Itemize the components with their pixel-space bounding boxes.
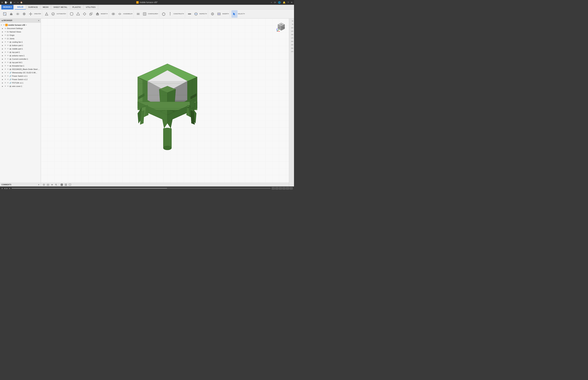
timeline-start-btn[interactable]: ⏮ (1, 188, 3, 189)
timeline-step[interactable] (272, 187, 275, 190)
ruler-mark: 75 (289, 23, 294, 26)
save-camera-btn[interactable] (46, 183, 50, 186)
undo-icon[interactable]: ↩ (14, 1, 15, 3)
tree-item-middle-part[interactable]: ▶ 👁 👁 middle part:1 (0, 47, 41, 51)
globe-icon[interactable]: 🌐 (278, 1, 281, 4)
tab-solid[interactable]: SOLID (15, 5, 26, 10)
icons: 👁 👁 (4, 48, 12, 50)
eye-icon: 👁 (4, 78, 6, 81)
environment-btn[interactable] (68, 183, 72, 186)
tree-item-93210[interactable]: ▶ 👁 👁 93210A020_Black-Oxide Steel ... (0, 68, 41, 71)
tree-item-doc-settings[interactable]: ▶ ⚙ Document Settings (0, 27, 41, 30)
orbit-btn[interactable] (50, 183, 54, 186)
notification-icon[interactable]: 🔔 (283, 1, 285, 4)
shell-btn[interactable] (75, 10, 81, 18)
tree-item-root[interactable]: ▼ 👁 F mobile furnace v30 ● (0, 23, 41, 27)
tree-item-joints[interactable]: ▶ 👁 Joints (0, 37, 41, 40)
measure-btn[interactable] (187, 10, 193, 18)
timeline-step[interactable] (279, 187, 282, 190)
revolve-btn[interactable] (15, 10, 21, 18)
timeline-step[interactable] (290, 187, 293, 190)
section-btn[interactable] (193, 10, 199, 18)
timeline-end-btn[interactable]: ⏭ (9, 188, 11, 189)
visibility-icon: 👁 (7, 61, 9, 64)
timeline-step[interactable] (275, 187, 278, 190)
tree-item-controller[interactable]: ▶ 👁 👁 Current controller:1 (0, 57, 41, 61)
tree-item-top-part-lid[interactable]: ▶ 👁 👁 top part lid:1 (0, 61, 41, 64)
tree-item-pot10k[interactable]: ▶ 👁 👁 🔗 POT10K v1:1 (0, 81, 41, 85)
timeline-prev-btn[interactable]: ◀ (4, 188, 5, 189)
revolve-icon (16, 12, 19, 16)
file-icon[interactable]: 📄▾ (5, 1, 8, 3)
create-sketch-btn[interactable] (2, 10, 8, 18)
tree-item-threaded-bar[interactable]: ▶ 👁 👁 threaded bar:1 (0, 64, 41, 68)
timeline-track[interactable] (12, 188, 271, 189)
arrow: ▶ (2, 35, 4, 36)
home-icon[interactable]: 🏠 (20, 1, 23, 3)
tab-surface[interactable]: SURFACE (26, 5, 40, 10)
timeline-step[interactable] (286, 187, 289, 190)
visual-style-btn[interactable] (64, 183, 68, 186)
automate-btn2[interactable] (50, 10, 56, 18)
help-icon[interactable]: ? (287, 1, 289, 4)
svg-rect-67 (10, 69, 11, 70)
display-mode-btn[interactable] (60, 183, 63, 186)
tree-item-named-views[interactable]: ▶ 👁 Named Views (0, 30, 41, 34)
grid-origin-btn[interactable] (42, 183, 46, 186)
tree-item-wire-cover[interactable]: ▶ 👁 👁 wire cover:1 (0, 85, 41, 88)
move-btn[interactable] (28, 10, 34, 18)
scale-btn[interactable] (81, 10, 88, 18)
ruler-mark: 100 (289, 26, 294, 29)
extrude-btn[interactable] (8, 10, 14, 18)
visibility-icon: 👁 (7, 75, 9, 77)
tab-utilities[interactable]: UTILITIES (84, 5, 98, 10)
timeline-play-btn[interactable]: ▶ (6, 188, 8, 189)
tab-mesh[interactable]: MESH (40, 5, 51, 10)
new-tab-icon[interactable]: + (271, 1, 272, 4)
comments-add-btn[interactable]: + (38, 184, 39, 186)
visibility-icon: 👁 (7, 78, 9, 81)
tree-item-arduino[interactable]: ▶ 👁 👁 arduino nano:1 (0, 54, 41, 57)
timeline-step[interactable] (283, 187, 285, 190)
fillet-btn[interactable] (69, 10, 75, 18)
view-cube[interactable]: TOP LEFT FRONT (275, 20, 287, 32)
browser-options-btn[interactable]: + (38, 19, 39, 22)
close-icon[interactable]: ✕ (291, 1, 293, 4)
tree-item-weewooday[interactable]: ▶ 👁 👁 🔗 Weewooday I2C OLED 0.98... (0, 71, 41, 74)
params-btn[interactable] (135, 10, 141, 18)
select-btn[interactable] (231, 10, 238, 18)
apps-icon[interactable]: ⊞ (1, 1, 3, 3)
tree-item-top-part[interactable]: ▶ 👁 👁 top part:1 (0, 51, 41, 54)
browser-collapse-btn[interactable]: ◀ (1, 19, 3, 21)
window-left-controls[interactable]: ⊞ 📄▾ 💾 ↩ ↪ 🏠 (1, 1, 23, 3)
tree-item-power-switch-2[interactable]: ▶ 👁 👁 🔗 Power Switch v1:2 (0, 78, 41, 81)
joint-btn[interactable] (110, 10, 116, 18)
zoom-fit-btn[interactable] (55, 183, 58, 186)
tab-sheet-metal[interactable]: SHEET METAL (51, 5, 70, 10)
combine-btn[interactable] (88, 10, 94, 18)
table-btn[interactable] (142, 10, 148, 18)
arrow: ▶ (2, 65, 4, 67)
press-pull-btn[interactable] (95, 10, 101, 18)
refresh-icon[interactable]: ⟳ (274, 1, 276, 4)
insert-mesh-btn[interactable] (209, 10, 216, 18)
viewport[interactable]: TOP LEFT FRONT 50 75 100 125 150 (41, 19, 294, 187)
comments-label: COMMENTS (1, 184, 11, 186)
window-controls[interactable]: + ⟳ 🌐 🔔 ? ✕ (271, 1, 293, 4)
tree-item-power-switch-1[interactable]: ▶ 👁 👁 🔗 Power Switch v1:1 (0, 74, 41, 78)
tree-item-origin[interactable]: ▶ 👁 Origin (0, 34, 41, 37)
svg-rect-16 (70, 13, 73, 15)
motion-btn[interactable] (117, 10, 123, 18)
design-menu[interactable]: DESIGN ▾ (1, 5, 13, 10)
tree-item-cooling-fan[interactable]: ▶ 👁 👁 cooling fan:1 (0, 40, 41, 44)
axis-btn[interactable] (167, 10, 173, 18)
save-icon[interactable]: 💾 (10, 1, 12, 3)
tab-plastic[interactable]: PLASTIC (70, 5, 84, 10)
tree-item-bottom-part[interactable]: ▶ 👁 👁 bottom part:1 (0, 44, 41, 47)
redo-icon[interactable]: ↪ (17, 1, 19, 3)
sphere-btn[interactable] (21, 10, 27, 18)
plane-btn[interactable] (161, 10, 167, 18)
window-title: F mobile furnace v30° (136, 1, 158, 3)
insert-canvas-btn[interactable] (216, 10, 222, 18)
automate-btn1[interactable] (44, 10, 50, 18)
